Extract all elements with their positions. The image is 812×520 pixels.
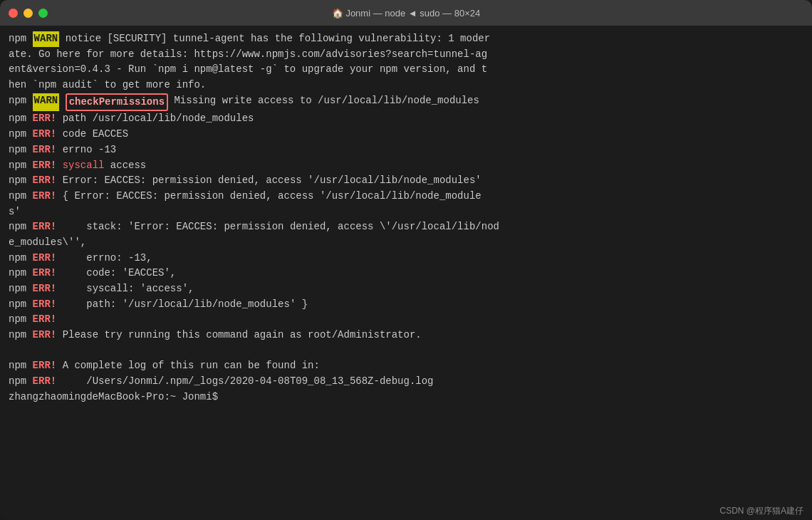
err-badge: ERR! xyxy=(33,281,57,297)
terminal-line: npm ERR! path /usr/local/lib/node_module… xyxy=(9,111,803,127)
line-text: A complete log of this run can be found … xyxy=(56,358,320,374)
line-text: errno -13 xyxy=(56,142,116,158)
npm-label: npm xyxy=(9,219,33,235)
line-text-red: syscall xyxy=(63,158,105,174)
npm-label: npm xyxy=(9,328,33,343)
npm-label: npm xyxy=(9,281,33,297)
footer-text: CSDN @程序猫A建仔 xyxy=(719,506,803,516)
err-badge: ERR! xyxy=(33,158,57,174)
terminal-line: hen `npm audit` to get more info. xyxy=(9,78,803,93)
line-text: { Error: EACCES: permission denied, acce… xyxy=(56,189,482,204)
err-badge: ERR! xyxy=(33,312,57,328)
err-badge: ERR! xyxy=(33,219,57,235)
npm-label: npm xyxy=(9,297,33,313)
line-text: code EACCES xyxy=(56,127,128,142)
npm-label: npm xyxy=(9,189,33,204)
npm-label: npm xyxy=(9,374,33,390)
terminal-line: npm ERR! xyxy=(9,312,803,328)
err-badge: ERR! xyxy=(33,328,57,343)
line-text: code: 'EACCES', xyxy=(56,266,176,281)
terminal-line: npm ERR! errno -13 xyxy=(9,142,803,158)
line-text: access xyxy=(104,158,146,174)
terminal-line: e_modules\'', xyxy=(9,235,803,251)
terminal-line: npm ERR! syscall access xyxy=(9,158,803,174)
terminal-line: npm ERR! stack: 'Error: EACCES: permissi… xyxy=(9,219,803,235)
window-title: 🏠 Jonmi — node ◄ sudo — 80×24 xyxy=(332,8,480,19)
line-text: s' xyxy=(9,204,21,220)
line-text: Error: EACCES: permission denied, access… xyxy=(56,173,482,189)
maximize-button[interactable] xyxy=(38,9,48,18)
npm-label: npm xyxy=(9,158,33,174)
line-text: hen `npm audit` to get more info. xyxy=(9,78,206,93)
npm-label: npm xyxy=(9,251,33,266)
warn-badge: WARN xyxy=(33,93,60,112)
npm-label: npm xyxy=(9,93,33,112)
line-text xyxy=(59,93,65,112)
terminal-prompt: zhangzhaomingdeMacBook-Pro:~ Jonmi$ xyxy=(9,390,218,405)
terminal-line: npm ERR! Error: EACCES: permission denie… xyxy=(9,173,803,189)
err-badge: ERR! xyxy=(33,189,57,204)
terminal-body: npm WARN notice [SECURITY] tunnel-agent … xyxy=(0,26,812,502)
err-badge: ERR! xyxy=(33,142,57,158)
terminal-line: npm ERR! Please try running this command… xyxy=(9,328,803,343)
err-badge: ERR! xyxy=(33,358,57,374)
terminal-line: npm ERR! errno: -13, xyxy=(9,251,803,266)
close-button[interactable] xyxy=(9,9,18,18)
line-text: stack: 'Error: EACCES: permission denied… xyxy=(56,219,499,235)
terminal-line: npm ERR! A complete log of this run can … xyxy=(9,358,803,374)
err-badge: ERR! xyxy=(33,173,57,189)
npm-label: npm xyxy=(9,266,33,281)
check-permissions-highlight: checkPermissions xyxy=(66,93,168,112)
npm-label: npm xyxy=(9,111,33,127)
terminal-line: ent&version=0.4.3 - Run `npm i npm@lates… xyxy=(9,62,803,78)
line-text: Missing write access to /usr/local/lib/n… xyxy=(168,93,479,112)
line-text: ate. Go here for more details: https://w… xyxy=(9,47,487,63)
npm-label: npm xyxy=(9,312,33,328)
terminal-window: 🏠 Jonmi — node ◄ sudo — 80×24 npm WARN n… xyxy=(0,0,812,520)
line-text: path /usr/local/lib/node_modules xyxy=(56,111,254,127)
terminal-line: npm ERR! code EACCES xyxy=(9,127,803,142)
minimize-button[interactable] xyxy=(24,9,33,18)
traffic-lights xyxy=(9,9,48,18)
terminal-line: npm ERR! code: 'EACCES', xyxy=(9,266,803,281)
err-badge: ERR! xyxy=(33,251,57,266)
err-badge: ERR! xyxy=(33,297,57,313)
cursor xyxy=(218,390,224,405)
line-text: syscall: 'access', xyxy=(56,281,194,297)
err-badge: ERR! xyxy=(33,374,57,390)
terminal-line: ate. Go here for more details: https://w… xyxy=(9,47,803,63)
err-badge: ERR! xyxy=(33,266,57,281)
line-text: path: '/usr/local/lib/node_modules' } xyxy=(56,297,308,313)
terminal-line: npm ERR! /Users/Jonmi/.npm/_logs/2020-04… xyxy=(9,374,803,390)
footer: CSDN @程序猫A建仔 xyxy=(0,502,812,520)
line-text: Please try running this command again as… xyxy=(56,328,422,343)
warn-badge: WARN xyxy=(33,31,60,47)
terminal-line: npm WARN checkPermissions Missing write … xyxy=(9,93,803,112)
npm-label: npm xyxy=(9,173,33,189)
terminal-line: npm ERR! path: '/usr/local/lib/node_modu… xyxy=(9,297,803,313)
terminal-line xyxy=(9,343,803,359)
err-badge: ERR! xyxy=(33,127,57,142)
line-text xyxy=(56,158,62,174)
terminal-line: s' xyxy=(9,204,803,220)
line-text: /Users/Jonmi/.npm/_logs/2020-04-08T09_08… xyxy=(56,374,433,390)
terminal-line: npm ERR! syscall: 'access', xyxy=(9,281,803,297)
npm-label: npm xyxy=(9,127,33,142)
err-badge: ERR! xyxy=(33,111,57,127)
terminal-line: zhangzhaomingdeMacBook-Pro:~ Jonmi$ xyxy=(9,390,803,405)
terminal-line: npm ERR! { Error: EACCES: permission den… xyxy=(9,189,803,204)
line-text: errno: -13, xyxy=(56,251,152,266)
npm-label: npm xyxy=(9,358,33,374)
titlebar: 🏠 Jonmi — node ◄ sudo — 80×24 xyxy=(0,0,812,26)
line-text: notice [SECURITY] tunnel-agent has the f… xyxy=(59,31,490,47)
npm-label: npm xyxy=(9,31,33,47)
line-text: e_modules\'', xyxy=(9,235,86,251)
terminal-line: npm WARN notice [SECURITY] tunnel-agent … xyxy=(9,31,803,47)
line-text: ent&version=0.4.3 - Run `npm i npm@lates… xyxy=(9,62,487,78)
npm-label: npm xyxy=(9,142,33,158)
